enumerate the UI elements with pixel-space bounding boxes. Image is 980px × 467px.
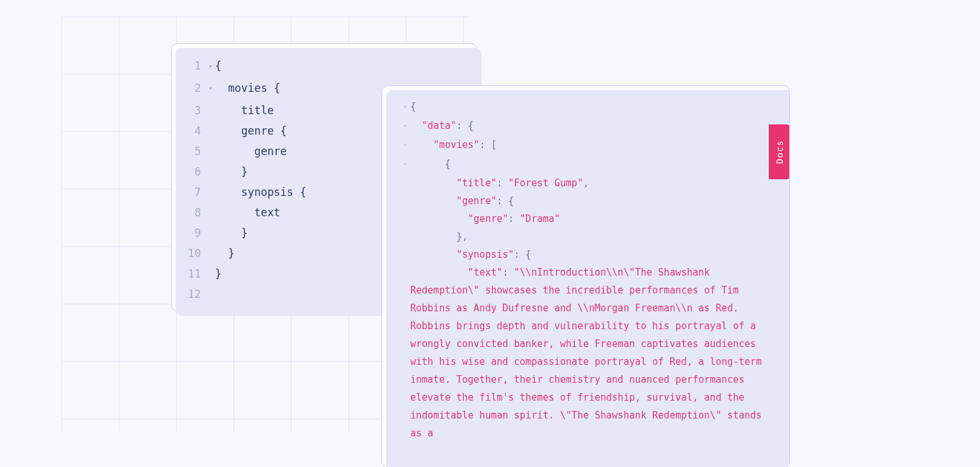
line-number: 5 bbox=[178, 141, 201, 161]
fold-toggle-icon[interactable]: ▾ bbox=[400, 117, 410, 135]
json-key: "genre" bbox=[468, 210, 508, 228]
json-line: "synopsis" : { bbox=[400, 246, 771, 263]
line-number: 7 bbox=[178, 182, 201, 202]
json-line: "title" : "Forest Gump" , bbox=[400, 174, 771, 192]
code-text: } bbox=[215, 161, 248, 182]
json-key: "synopsis" bbox=[456, 246, 514, 263]
json-key: "movies" bbox=[433, 136, 479, 154]
code-text: { bbox=[215, 56, 221, 76]
json-string: "Forest Gump" bbox=[509, 174, 583, 192]
json-line: "genre" : { bbox=[400, 192, 771, 210]
json-key: "genre" bbox=[456, 192, 496, 210]
line-number: 8 bbox=[178, 202, 201, 223]
fold-toggle-icon[interactable]: ▾ bbox=[400, 98, 410, 115]
line-number: 3 bbox=[178, 100, 201, 121]
line-number: 11 bbox=[178, 263, 201, 284]
code-text: genre bbox=[215, 141, 287, 161]
json-line: "genre" : "Drama" bbox=[400, 210, 771, 228]
code-text: } bbox=[215, 243, 235, 263]
json-key: "data" bbox=[422, 117, 456, 135]
line-number: 9 bbox=[178, 223, 201, 243]
result-panel[interactable]: Docs ▾ { ▾ "data" : { ▾ "movies" : [ ▾ {… bbox=[382, 85, 790, 467]
json-key: "text" bbox=[468, 267, 502, 278]
json-line: ▾ "data" : { bbox=[400, 117, 771, 136]
code-line[interactable]: 1 ▾ { bbox=[178, 56, 464, 78]
code-text: text bbox=[215, 202, 280, 223]
json-line: }, bbox=[400, 228, 771, 246]
json-brace: { bbox=[445, 155, 450, 173]
code-text: title bbox=[215, 100, 274, 121]
json-brace: { bbox=[410, 98, 416, 115]
json-line: ▾ "movies" : [ bbox=[400, 136, 771, 155]
fold-toggle-icon[interactable]: ▾ bbox=[206, 78, 215, 99]
json-brace: }, bbox=[456, 228, 468, 246]
line-number: 4 bbox=[178, 121, 201, 141]
line-number: 12 bbox=[178, 284, 201, 304]
fold-toggle-icon[interactable]: ▾ bbox=[400, 155, 410, 173]
json-line: ▾ { bbox=[400, 155, 771, 174]
json-key: "title" bbox=[456, 174, 496, 192]
line-number: 1 bbox=[178, 56, 201, 76]
line-number: 10 bbox=[178, 243, 201, 263]
code-text: } bbox=[215, 263, 221, 284]
json-line: ▾ { bbox=[400, 98, 771, 117]
json-string: "Drama" bbox=[520, 210, 560, 228]
fold-toggle-icon[interactable]: ▾ bbox=[206, 56, 215, 77]
code-text: synopsis { bbox=[215, 182, 306, 202]
docs-tab-button[interactable]: Docs bbox=[769, 124, 790, 179]
json-synopsis-text: "\\nIntroduction\\n\"The Shawshank Redem… bbox=[410, 267, 762, 439]
fold-toggle-icon[interactable]: ▾ bbox=[400, 136, 410, 154]
code-text: genre { bbox=[215, 121, 287, 141]
line-number: 6 bbox=[178, 161, 201, 182]
line-number: 2 bbox=[178, 78, 201, 98]
code-text: movies { bbox=[215, 78, 280, 98]
code-text: } bbox=[215, 223, 248, 243]
json-line: "text": "\\nIntroduction\\n\"The Shawsha… bbox=[400, 263, 771, 442]
